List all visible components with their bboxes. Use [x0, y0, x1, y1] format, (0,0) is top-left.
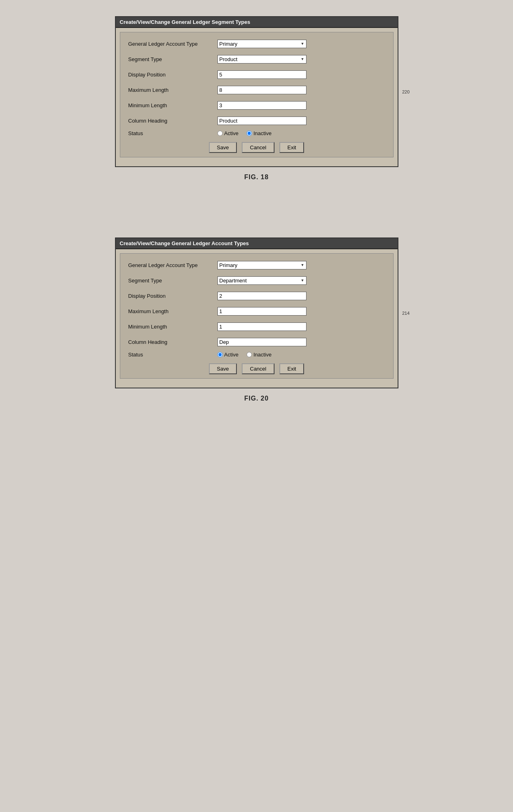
fig20-col-heading-label: Column Heading — [128, 339, 217, 345]
fig18-min-length-label: Minimum Length — [128, 102, 217, 108]
fig20-status-active-label: Active — [224, 352, 238, 358]
fig18-max-length-field — [217, 86, 385, 94]
fig18-body: General Ledger Account Type Primary Segm… — [120, 32, 394, 157]
fig20-col-heading-field — [217, 338, 385, 346]
fig20-title: Create/View/Change General Ledger Accoun… — [120, 240, 249, 246]
fig20-min-length-input[interactable] — [217, 322, 307, 331]
fig20-display-pos-input[interactable] — [217, 292, 307, 300]
fig18-max-length-label: Maximum Length — [128, 87, 217, 93]
fig18-min-length-row: Minimum Length — [128, 100, 385, 111]
fig18-segment-type-row: Segment Type Product — [128, 53, 385, 65]
fig20-block: Create/View/Change General Ledger Accoun… — [8, 237, 505, 402]
fig20-segment-type-select-wrapper[interactable]: Department — [217, 276, 307, 285]
fig20-gl-account-row: General Ledger Account Type Primary — [128, 259, 385, 271]
fig20-min-length-row: Minimum Length — [128, 321, 385, 332]
fig18-status-active-radio[interactable] — [217, 131, 223, 136]
fig18-caption: FIG. 18 — [244, 174, 268, 181]
fig20-exit-button[interactable]: Exit — [279, 363, 304, 374]
fig20-status-inactive-label: Inactive — [253, 352, 272, 358]
fig18-cancel-button[interactable]: Cancel — [242, 142, 274, 153]
fig20-col-heading-row: Column Heading — [128, 336, 385, 348]
fig20-min-length-field — [217, 322, 385, 331]
fig18-status-radio-group: Active Inactive — [217, 130, 272, 136]
fig18-gl-account-row: General Ledger Account Type Primary — [128, 38, 385, 49]
fig20-max-length-row: Maximum Length — [128, 305, 385, 317]
fig18-button-row: Save Cancel Exit — [128, 142, 385, 153]
fig18-gl-account-select-wrapper[interactable]: Primary — [217, 40, 307, 48]
fig18-segment-type-label: Segment Type — [128, 56, 217, 62]
fig18-segment-type-select-wrapper[interactable]: Product — [217, 55, 307, 64]
fig18-display-pos-row: Display Position — [128, 69, 385, 80]
fig18-gl-account-label: General Ledger Account Type — [128, 41, 217, 47]
fig20-status-row: Status Active Inactive — [128, 352, 385, 358]
fig20-status-inactive-option[interactable]: Inactive — [247, 352, 272, 358]
fig20-save-button[interactable]: Save — [209, 363, 237, 374]
fig18-save-button[interactable]: Save — [209, 142, 237, 153]
fig18-dialog: Create/View/Change General Ledger Segmen… — [115, 16, 398, 167]
fig18-status-row: Status Active Inactive — [128, 130, 385, 136]
fig20-gl-account-select[interactable]: Primary — [217, 261, 307, 269]
fig18-status-active-label: Active — [224, 130, 238, 136]
fig20-caption: FIG. 20 — [244, 395, 268, 402]
fig20-max-length-label: Maximum Length — [128, 308, 217, 314]
fig18-gl-account-select[interactable]: Primary — [217, 40, 307, 48]
fig18-col-heading-row: Column Heading — [128, 115, 385, 126]
fig18-col-heading-field — [217, 117, 385, 125]
fig20-max-length-input[interactable] — [217, 307, 307, 316]
fig18-segment-type-select[interactable]: Product — [217, 55, 307, 64]
fig18-block: Create/View/Change General Ledger Segmen… — [8, 16, 505, 181]
fig18-col-heading-label: Column Heading — [128, 118, 217, 124]
fig20-col-heading-input[interactable] — [217, 338, 307, 346]
fig18-status-active-option[interactable]: Active — [217, 130, 238, 136]
fig20-max-length-field — [217, 307, 385, 316]
fig20-display-pos-field — [217, 292, 385, 300]
fig18-exit-button[interactable]: Exit — [279, 142, 304, 153]
fig18-max-length-row: Maximum Length — [128, 84, 385, 95]
fig20-gl-account-field: Primary — [217, 261, 385, 269]
fig20-dialog: Create/View/Change General Ledger Accoun… — [115, 237, 398, 388]
fig18-page-number: 220 — [402, 89, 409, 94]
fig20-segment-type-label: Segment Type — [128, 278, 217, 284]
fig18-gl-account-field: Primary — [217, 40, 385, 48]
fig20-display-pos-label: Display Position — [128, 293, 217, 299]
fig18-status-label: Status — [128, 130, 217, 136]
fig20-segment-type-field: Department — [217, 276, 385, 285]
fig20-status-active-radio[interactable] — [217, 352, 223, 357]
fig18-col-heading-input[interactable] — [217, 117, 307, 125]
fig20-status-active-option[interactable]: Active — [217, 352, 238, 358]
fig20-status-radio-group: Active Inactive — [217, 352, 272, 358]
fig18-display-pos-label: Display Position — [128, 72, 217, 78]
fig20-display-pos-row: Display Position — [128, 290, 385, 301]
fig18-display-pos-field — [217, 70, 385, 79]
fig18-min-length-field — [217, 101, 385, 110]
fig20-gl-account-label: General Ledger Account Type — [128, 262, 217, 268]
fig20-segment-type-row: Segment Type Department — [128, 275, 385, 286]
fig20-gl-account-select-wrapper[interactable]: Primary — [217, 261, 307, 269]
fig20-min-length-label: Minimum Length — [128, 324, 217, 330]
page-wrapper: Create/View/Change General Ledger Segmen… — [8, 16, 505, 402]
fig18-max-length-input[interactable] — [217, 86, 307, 94]
fig18-display-pos-input[interactable] — [217, 70, 307, 79]
fig20-body: General Ledger Account Type Primary Segm… — [120, 253, 394, 379]
fig18-status-inactive-option[interactable]: Inactive — [247, 130, 272, 136]
fig18-status-inactive-radio[interactable] — [247, 131, 252, 136]
fig20-segment-type-select[interactable]: Department — [217, 276, 307, 285]
fig18-title-bar: Create/View/Change General Ledger Segmen… — [116, 17, 398, 28]
fig20-page-number: 214 — [402, 311, 409, 316]
fig20-title-bar: Create/View/Change General Ledger Accoun… — [116, 238, 398, 249]
fig20-cancel-button[interactable]: Cancel — [242, 363, 274, 374]
fig20-status-inactive-radio[interactable] — [247, 352, 252, 357]
fig20-button-row: Save Cancel Exit — [128, 363, 385, 374]
fig20-status-label: Status — [128, 352, 217, 358]
fig18-status-inactive-label: Inactive — [253, 130, 272, 136]
fig18-title: Create/View/Change General Ledger Segmen… — [120, 19, 250, 25]
fig18-min-length-input[interactable] — [217, 101, 307, 110]
fig18-segment-type-field: Product — [217, 55, 385, 64]
